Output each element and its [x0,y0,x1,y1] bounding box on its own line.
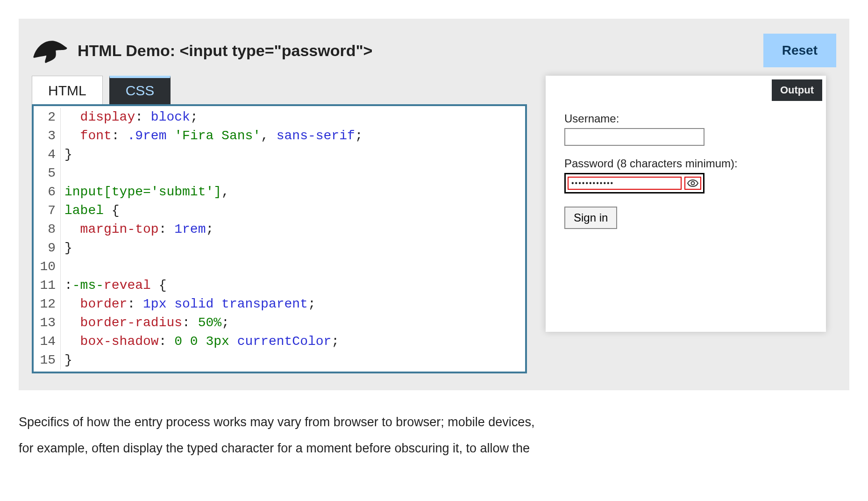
tab-html[interactable]: HTML [32,76,103,104]
password-input-container: •••••••••••• [564,173,704,193]
demo-title: HTML Demo: <input type="password"> [78,42,372,60]
username-input[interactable] [564,128,704,146]
line-number: 12 [34,295,61,314]
code-line: 7label { [34,201,525,220]
code-line: 9} [34,239,525,258]
reset-button[interactable]: Reset [763,34,836,67]
tab-css[interactable]: CSS [109,76,171,104]
password-reveal-button[interactable] [684,177,701,190]
code-content: border-radius: 50%; [64,314,229,332]
paragraph-line: for example, often display the typed cha… [19,441,530,455]
code-content: display: block; [64,108,198,127]
eye-icon [687,179,698,187]
svg-point-0 [691,182,695,185]
code-line: 5 [34,164,525,183]
code-content: } [64,239,72,258]
code-line: 10 [34,258,525,276]
code-content: input[type='submit'], [64,183,229,201]
line-number: 14 [34,332,61,351]
line-number: 5 [34,164,61,183]
username-label: Username: [564,112,807,125]
code-content: font: .9rem 'Fira Sans', sans-serif; [64,127,363,145]
code-content: } [64,145,72,164]
paragraph-line: Specifics of how the entry process works… [19,415,534,429]
line-number: 4 [34,145,61,164]
code-content: box-shadow: 0 0 3px currentColor; [64,332,339,351]
code-content: border: 1px solid transparent; [64,295,316,314]
signin-button[interactable]: Sign in [564,207,617,229]
code-line: 2 display: block; [34,108,525,127]
line-number: 6 [34,183,61,201]
password-input[interactable]: •••••••••••• [568,177,682,190]
demo-container: HTML Demo: <input type="password"> Reset… [19,19,849,390]
output-panel: Output Username: Password (8 characters … [546,76,826,332]
code-line: 12 border: 1px solid transparent; [34,295,525,314]
code-line: 6input[type='submit'], [34,183,525,201]
output-label: Output [772,79,822,101]
line-number: 3 [34,127,61,145]
code-line: 11:-ms-reveal { [34,276,525,295]
code-line: 4} [34,145,525,164]
body-paragraph: Specifics of how the entry process works… [19,409,579,461]
code-line: 13 border-radius: 50%; [34,314,525,332]
code-content: margin-top: 1rem; [64,220,213,239]
demo-header: HTML Demo: <input type="password"> Reset [32,34,836,67]
editor-panel: HTML CSS 2 display: block;3 font: .9rem … [32,76,527,373]
code-content: } [64,351,72,370]
line-number: 7 [34,201,61,220]
code-line: 14 box-shadow: 0 0 3px currentColor; [34,332,525,351]
password-label: Password (8 characters minimum): [564,157,807,170]
code-content: :-ms-reveal { [64,276,166,295]
line-number: 2 [34,108,61,127]
css-code-editor[interactable]: 2 display: block;3 font: .9rem 'Fira San… [32,104,527,373]
code-line: 8 margin-top: 1rem; [34,220,525,239]
line-number: 9 [34,239,61,258]
line-number: 15 [34,351,61,370]
line-number: 13 [34,314,61,332]
editor-tabs: HTML CSS [32,76,527,104]
code-line: 15} [34,351,525,370]
code-content: label { [64,201,120,220]
dinosaur-logo-icon [32,36,68,65]
line-number: 8 [34,220,61,239]
code-line: 3 font: .9rem 'Fira Sans', sans-serif; [34,127,525,145]
line-number: 10 [34,258,61,276]
line-number: 11 [34,276,61,295]
